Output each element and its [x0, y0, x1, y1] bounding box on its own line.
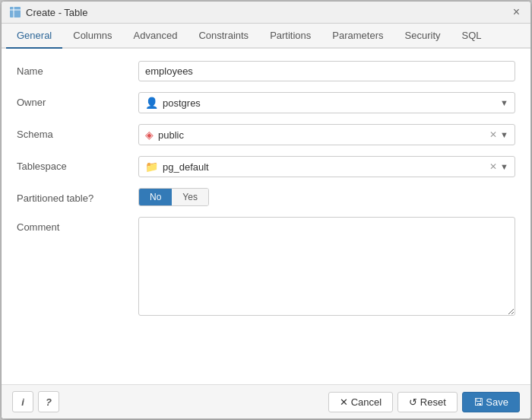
schema-select[interactable]: ◈ public ✕ ▼: [138, 124, 515, 145]
schema-row: Schema ◈ public ✕ ▼: [17, 124, 515, 145]
footer: i ? ✕ Cancel ↺ Reset 🖫 Save: [2, 384, 530, 418]
save-button[interactable]: 🖫 Save: [462, 392, 520, 412]
toggle-yes-button[interactable]: Yes: [172, 189, 208, 205]
name-label: Name: [17, 61, 138, 77]
name-input[interactable]: [138, 61, 515, 81]
tabs-bar: General Columns Advanced Constraints Par…: [2, 24, 530, 49]
owner-dropdown-arrow: ▼: [500, 98, 508, 107]
form-body: Name Owner 👤 postgres ▼ Schema ◈ p: [2, 49, 530, 384]
owner-select[interactable]: 👤 postgres ▼: [138, 92, 515, 113]
tablespace-row: Tablespace 📁 pg_default ✕ ▼: [17, 156, 515, 177]
schema-value: public: [158, 129, 489, 141]
svg-rect-0: [10, 7, 21, 18]
table-icon: [9, 6, 21, 18]
name-row: Name: [17, 61, 515, 81]
tab-columns[interactable]: Columns: [62, 24, 122, 49]
owner-label: Owner: [17, 92, 138, 108]
owner-value: postgres: [163, 97, 500, 109]
help-button[interactable]: ?: [38, 391, 59, 412]
toggle-no-button[interactable]: No: [139, 189, 172, 205]
owner-row: Owner 👤 postgres ▼: [17, 92, 515, 113]
schema-icon: ◈: [145, 129, 154, 141]
schema-control: ◈ public ✕ ▼: [138, 124, 515, 145]
owner-control: 👤 postgres ▼: [138, 92, 515, 113]
tablespace-icon: 📁: [145, 161, 158, 173]
partitioned-row: Partitioned table? No Yes: [17, 188, 515, 206]
name-control: [138, 61, 515, 81]
schema-label: Schema: [17, 124, 138, 140]
cancel-button[interactable]: ✕ Cancel: [328, 392, 393, 412]
schema-dropdown-arrow: ▼: [500, 130, 508, 139]
footer-right: ✕ Cancel ↺ Reset 🖫 Save: [328, 392, 520, 412]
titlebar-left: Create - Table: [9, 6, 87, 18]
tab-sql[interactable]: SQL: [451, 24, 492, 49]
tablespace-select[interactable]: 📁 pg_default ✕ ▼: [138, 156, 515, 177]
partitioned-label: Partitioned table?: [17, 188, 138, 204]
tablespace-control: 📁 pg_default ✕ ▼: [138, 156, 515, 177]
schema-clear-button[interactable]: ✕: [489, 129, 497, 140]
comment-control: [138, 217, 515, 318]
comment-textarea[interactable]: [138, 217, 515, 316]
dialog: Create - Table × General Columns Advance…: [1, 1, 531, 419]
owner-icon: 👤: [145, 97, 158, 109]
tablespace-value: pg_default: [163, 161, 489, 173]
titlebar: Create - Table ×: [2, 2, 530, 24]
tablespace-clear-button[interactable]: ✕: [489, 161, 497, 172]
footer-left: i ?: [12, 391, 59, 412]
comment-row: Comment: [17, 217, 515, 318]
dialog-title: Create - Table: [26, 7, 87, 18]
tab-partitions[interactable]: Partitions: [259, 24, 321, 49]
tab-general[interactable]: General: [6, 24, 62, 49]
tablespace-label: Tablespace: [17, 156, 138, 172]
comment-label: Comment: [17, 217, 138, 233]
tab-security[interactable]: Security: [394, 24, 451, 49]
tab-parameters[interactable]: Parameters: [321, 24, 394, 49]
partitioned-control: No Yes: [138, 188, 515, 206]
close-button[interactable]: ×: [510, 6, 523, 18]
reset-button[interactable]: ↺ Reset: [397, 392, 458, 412]
toggle-group: No Yes: [138, 188, 209, 206]
info-button[interactable]: i: [12, 391, 33, 412]
tab-constraints[interactable]: Constraints: [188, 24, 259, 49]
tablespace-dropdown-arrow: ▼: [500, 162, 508, 171]
tab-advanced[interactable]: Advanced: [123, 24, 188, 49]
